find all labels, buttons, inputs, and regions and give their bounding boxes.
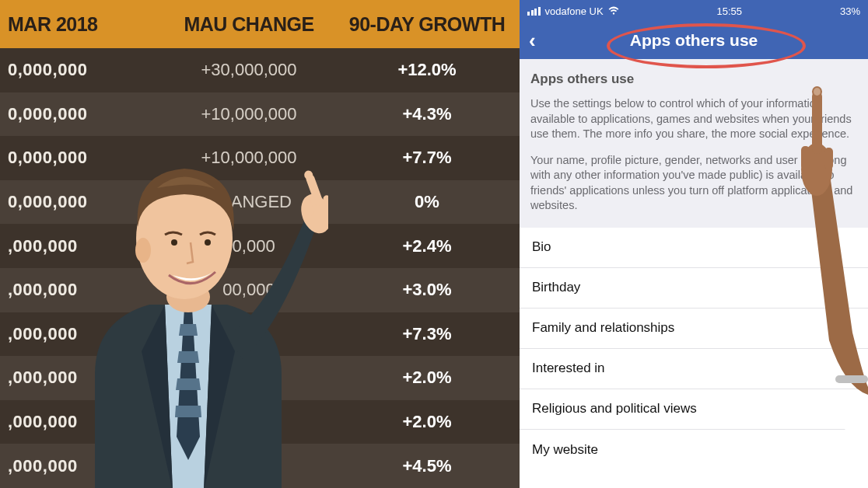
cell-growth: 0% <box>342 192 520 212</box>
section-paragraph-2: Your name, profile picture, gender, netw… <box>530 153 857 214</box>
table-row: 0,000,000CHANGED0% <box>0 180 520 225</box>
cell-mar: ,000,000 <box>0 236 156 256</box>
cell-mar: ,000,000 <box>0 324 156 344</box>
list-item[interactable]: Religious and political views <box>520 389 868 430</box>
cell-mar: 0,000,000 <box>0 60 156 80</box>
wifi-icon <box>608 5 619 16</box>
cell-mar: 0,000,000 <box>0 104 156 124</box>
stats-header-row: MAR 2018 MAU CHANGE 90-DAY GROWTH <box>0 0 520 48</box>
cell-mau-change: +10,000,000 <box>156 104 342 124</box>
table-row: 0,000,000+30,000,000+12.0% <box>0 48 520 92</box>
section-description: Apps others use Use the settings below t… <box>520 59 868 228</box>
header-mar-2018: MAR 2018 <box>0 13 156 36</box>
signal-bars-icon <box>527 7 541 16</box>
list-item[interactable]: Family and relationships <box>520 308 868 349</box>
status-bar: vodafone UK 15:55 33% <box>520 0 868 22</box>
table-row: ,000,000+4.5% <box>0 444 520 488</box>
table-row: 0,000,000+10,000,000+7.7% <box>0 136 520 180</box>
cell-mar: 0,000,000 <box>0 148 156 168</box>
table-row: ,000,000+2.0% <box>0 400 520 444</box>
cell-mar: ,000,000 <box>0 368 156 388</box>
nav-title: Apps others use <box>520 31 868 50</box>
header-mau-change: MAU CHANGE <box>156 13 342 36</box>
cell-mau-change: +30,000,000 <box>156 60 342 80</box>
list-item[interactable]: Interested in <box>520 349 868 389</box>
cell-growth: +2.0% <box>342 368 520 388</box>
section-heading: Apps others use <box>530 71 857 87</box>
header-90-day-growth: 90-DAY GROWTH <box>342 13 520 36</box>
table-row: 0,000,000+10,000,000+4.3% <box>0 92 520 137</box>
table-row: ,000,000+7.3% <box>0 312 520 357</box>
cell-growth: +7.3% <box>342 324 520 344</box>
table-row: ,000,00000,000+3.0% <box>0 268 520 312</box>
carrier-label: vodafone UK <box>545 5 604 17</box>
cell-mar: ,000,000 <box>0 280 156 300</box>
list-item[interactable]: Bio <box>520 228 868 268</box>
cell-growth: +3.0% <box>342 280 520 300</box>
back-button[interactable]: ‹ <box>529 30 536 51</box>
table-row: ,000,000+2.0% <box>0 356 520 400</box>
cell-growth: +12.0% <box>342 60 520 80</box>
cell-mar: 0,000,000 <box>0 192 156 212</box>
cell-mau-change: +10,000,000 <box>156 148 342 168</box>
cell-growth: +2.4% <box>342 236 520 256</box>
options-list: BioBirthdayFamily and relationshipsInter… <box>520 228 868 470</box>
cell-growth: +4.5% <box>342 456 520 476</box>
table-row: ,000,00000,000+2.4% <box>0 224 520 268</box>
list-item[interactable]: My website <box>520 430 868 470</box>
section-paragraph-1: Use the settings below to control which … <box>530 96 857 142</box>
cell-mar: ,000,000 <box>0 412 156 432</box>
cell-growth: +4.3% <box>342 104 520 124</box>
cell-mau-change: 00,000 <box>156 280 342 300</box>
battery-percent: 33% <box>840 5 860 17</box>
cell-mar: ,000,000 <box>0 456 156 476</box>
cell-growth: +2.0% <box>342 412 520 432</box>
cell-mau-change: CHANGED <box>156 192 342 212</box>
cell-growth: +7.7% <box>342 148 520 168</box>
list-item[interactable]: Birthday <box>520 268 868 308</box>
nav-bar: ‹ Apps others use <box>520 22 868 59</box>
status-time: 15:55 <box>717 5 743 17</box>
phone-screenshot: vodafone UK 15:55 33% ‹ Apps others use … <box>520 0 868 488</box>
stats-panel: MAR 2018 MAU CHANGE 90-DAY GROWTH 0,000,… <box>0 0 520 488</box>
cell-mau-change: 00,000 <box>156 236 342 256</box>
